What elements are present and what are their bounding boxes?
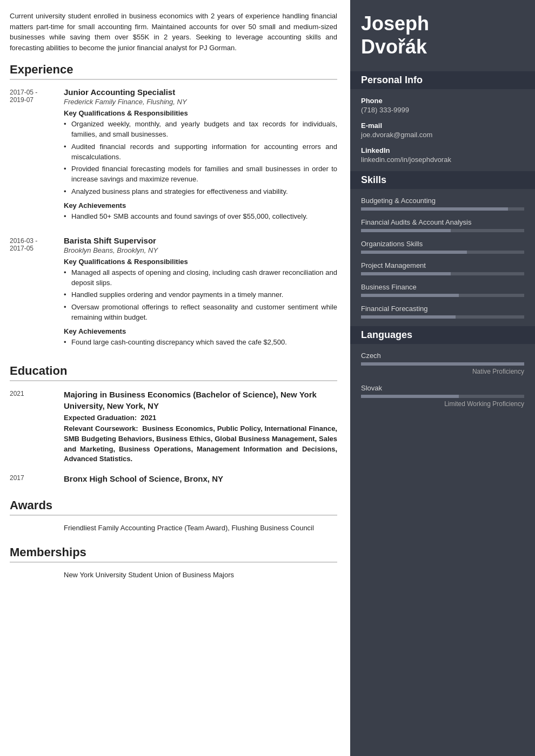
email-value: joe.dvorak@gmail.com [361,131,524,139]
award-spacer [10,523,64,534]
edu-coursework-1: Relevant Coursework: Business Economics,… [64,424,337,464]
edu-content-2: Bronx High School of Science, Bronx, NY [64,473,337,487]
skill-item: Financial Forecasting [361,305,524,319]
edu-date-1: 2021 [10,389,64,464]
phone-block: Phone (718) 333-9999 [361,97,524,114]
skill-item: Budgeting & Accounting [361,197,524,211]
skill-item: Organizations Skills [361,240,524,254]
exp-item-2: 2016-03 -2017-05 Barista Shift Superviso… [10,236,337,352]
exp-company-2: Brooklyn Beans, Brooklyn, NY [64,246,337,254]
membership-item-1: New York University Student Union of Bus… [10,570,337,580]
name-line2: Dvořák [361,36,427,58]
skill-bar-bg [361,229,524,232]
skill-item: Financial Audits & Account Analysis [361,218,524,232]
languages-section: Languages Czech Native Proficiency Slova… [361,326,524,408]
awards-title: Awards [10,498,337,516]
skill-bar-fill [361,207,508,211]
skill-name: Business Finance [361,283,524,291]
edu-date-2: 2017 [10,473,64,487]
exp-qual-bullet: Provided financial forecasting models fo… [64,164,337,185]
edu-item-1: 2021 Majoring in Business Economics (Bac… [10,389,337,464]
edu-expected-1: Expected Graduation: 2021 [64,414,337,422]
skills-container: Budgeting & Accounting Financial Audits … [361,197,524,319]
skill-item: Project Management [361,261,524,275]
exp-ach-bullet: Found large cash-counting discrepancy wh… [64,338,337,348]
exp-title-2: Barista Shift Supervisor [64,236,337,245]
language-name: Czech [361,352,524,360]
linkedin-value: linkedin.com/in/josephdvorak [361,156,524,164]
skill-name: Organizations Skills [361,240,524,248]
skill-bar-bg [361,272,524,275]
exp-qual-bullet: Oversaw promotional offerings to reflect… [64,302,337,323]
language-bar-fill [361,395,459,398]
linkedin-label: LinkedIn [361,146,524,154]
exp-qual-bullet: Managed all aspects of opening and closi… [64,268,337,288]
memberships-section: Memberships New York University Student … [10,545,337,580]
exp-ach-bullet: Handled 50+ SMB accounts and found savin… [64,212,337,222]
skill-item: Business Finance [361,283,524,297]
memberships-title: Memberships [10,545,337,563]
exp-qual-bullets-2: Managed all aspects of opening and closi… [64,268,337,323]
edu-expected-value: 2021 [141,414,156,422]
education-section: Education 2021 Majoring in Business Econ… [10,364,337,487]
skill-bar-bg [361,207,524,211]
language-item: Czech Native Proficiency [361,352,524,375]
award-item-1: Friendliest Family Accounting Practice (… [10,523,337,534]
award-text-1: Friendliest Family Accounting Practice (… [64,523,337,534]
experience-title: Experience [10,63,337,80]
skill-bar-bg [361,251,524,254]
language-level: Native Proficiency [361,368,524,375]
phone-label: Phone [361,97,524,105]
education-title: Education [10,364,337,381]
edu-coursework-label: Relevant Coursework: [64,424,138,433]
skill-bar-fill [361,294,459,297]
skill-name: Project Management [361,261,524,269]
candidate-name: Joseph Dvořák [361,12,524,58]
membership-spacer [10,570,64,580]
email-block: E-mail joe.dvorak@gmail.com [361,122,524,139]
skills-section: Skills Budgeting & Accounting Financial … [361,171,524,319]
exp-qual-bullet: Organized weekly, monthly, and yearly bu… [64,119,337,140]
edu-item-2: 2017 Bronx High School of Science, Bronx… [10,473,337,487]
exp-item-1: 2017-05 -2019-07 Junior Accounting Speci… [10,87,337,226]
language-item: Slovak Limited Working Proficiency [361,384,524,408]
membership-text-1: New York University Student Union of Bus… [64,570,337,580]
language-level: Limited Working Proficiency [361,400,524,408]
exp-qual-label-2: Key Qualifications & Responsibilities [64,258,337,266]
edu-title-2: Bronx High School of Science, Bronx, NY [64,473,337,484]
experience-section: Experience 2017-05 -2019-07 Junior Accou… [10,63,337,352]
exp-ach-bullets-2: Found large cash-counting discrepancy wh… [64,338,337,348]
languages-title: Languages [350,326,535,344]
awards-section: Awards Friendliest Family Accounting Pra… [10,498,337,534]
name-line1: Joseph [361,12,429,35]
skill-bar-bg [361,315,524,319]
exp-ach-label-1: Key Achievements [64,201,337,210]
email-label: E-mail [361,122,524,130]
skill-name: Financial Audits & Account Analysis [361,218,524,226]
exp-qual-label-1: Key Qualifications & Responsibilities [64,109,337,117]
left-column: Current university student enrolled in b… [0,0,350,756]
right-column: Joseph Dvořák Personal Info Phone (718) … [350,0,535,756]
language-name: Slovak [361,384,524,392]
skill-name: Financial Forecasting [361,305,524,313]
exp-qual-bullets-1: Organized weekly, monthly, and yearly bu… [64,119,337,197]
exp-date-2: 2016-03 -2017-05 [10,236,64,352]
exp-ach-bullets-1: Handled 50+ SMB accounts and found savin… [64,212,337,222]
skill-bar-bg [361,294,524,297]
linkedin-block: LinkedIn linkedin.com/in/josephdvorak [361,146,524,164]
name-block: Joseph Dvořák [361,12,524,58]
personal-info-section: Personal Info Phone (718) 333-9999 E-mai… [361,71,524,164]
edu-title-1: Majoring in Business Economics (Bachelor… [64,389,337,411]
phone-value: (718) 333-9999 [361,106,524,114]
skills-title: Skills [350,171,535,189]
languages-container: Czech Native Proficiency Slovak Limited … [361,352,524,408]
exp-date-1: 2017-05 -2019-07 [10,87,64,226]
exp-content-2: Barista Shift Supervisor Brooklyn Beans,… [64,236,337,352]
skill-bar-fill [361,315,456,319]
exp-qual-bullet: Audited financial records and supporting… [64,142,337,163]
language-bar-bg [361,362,524,366]
skill-bar-fill [361,251,467,254]
language-bar-bg [361,395,524,398]
exp-company-1: Frederick Family Finance, Flushing, NY [64,98,337,106]
skill-bar-fill [361,229,451,232]
